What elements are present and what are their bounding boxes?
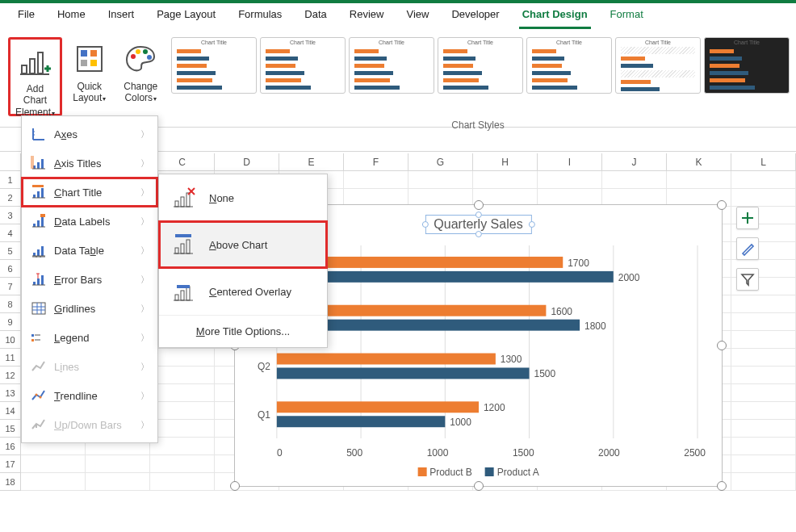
cell[interactable]: [21, 455, 86, 473]
row-header[interactable]: 10: [0, 331, 21, 349]
chart-style-thumb[interactable]: Chart Title: [526, 37, 612, 94]
chart-style-thumb[interactable]: Chart Title: [171, 37, 257, 94]
tab-formulas[interactable]: Formulas: [227, 3, 293, 32]
cell[interactable]: [731, 189, 796, 207]
tab-developer[interactable]: Developer: [440, 3, 510, 32]
col-header[interactable]: E: [279, 153, 344, 170]
row-header[interactable]: 16: [0, 438, 21, 455]
chart-plus-button[interactable]: [736, 207, 759, 229]
chart-style-thumb[interactable]: Chart Title: [349, 37, 434, 94]
chart-style-thumb[interactable]: Chart Title: [260, 37, 346, 94]
col-header[interactable]: L: [731, 153, 796, 170]
cell[interactable]: [150, 438, 215, 455]
row-header[interactable]: 1: [0, 171, 21, 189]
cell[interactable]: [473, 171, 538, 189]
tab-format[interactable]: Format: [599, 3, 655, 32]
row-header[interactable]: 6: [0, 260, 21, 278]
col-header[interactable]: C: [150, 153, 215, 170]
menu-item-axes[interactable]: Axes〉: [22, 119, 157, 149]
cell[interactable]: [731, 295, 796, 313]
legend-item[interactable]: Product B: [417, 467, 472, 478]
row-header[interactable]: 13: [0, 384, 21, 402]
add-chart-element-button[interactable]: Add Chart Element▾: [8, 37, 62, 116]
cell[interactable]: [538, 171, 602, 189]
submenu-item-above[interactable]: Above Chart: [159, 221, 327, 268]
menu-item-datalabels[interactable]: Data Labels〉: [22, 207, 157, 236]
cell[interactable]: [408, 171, 473, 189]
resize-handle[interactable]: [717, 341, 727, 350]
col-header[interactable]: D: [215, 153, 279, 170]
row-header[interactable]: 15: [0, 420, 21, 438]
cell[interactable]: [21, 473, 86, 491]
menu-item-legend[interactable]: Legend〉: [22, 323, 157, 352]
row-header[interactable]: 9: [0, 313, 21, 331]
row-header[interactable]: 2: [0, 189, 21, 207]
menu-item-charttitle[interactable]: Chart Title〉: [22, 178, 157, 207]
cell[interactable]: [150, 473, 215, 491]
resize-handle[interactable]: [474, 481, 484, 491]
resize-handle[interactable]: [474, 200, 484, 210]
row-header[interactable]: 12: [0, 367, 21, 384]
tab-insert[interactable]: Insert: [97, 3, 146, 32]
title-handle[interactable]: [529, 221, 535, 228]
menu-item-errorbars[interactable]: Error Bars〉: [22, 265, 157, 294]
cell[interactable]: [731, 171, 796, 189]
tab-page-layout[interactable]: Page Layout: [145, 3, 227, 32]
chart-title[interactable]: Quarterly Sales: [425, 215, 531, 234]
resize-handle[interactable]: [230, 481, 240, 491]
cell[interactable]: [344, 171, 408, 189]
col-header[interactable]: I: [538, 153, 602, 170]
menu-item-axistitles[interactable]: Axis Titles〉: [22, 149, 157, 178]
row-header[interactable]: 8: [0, 295, 21, 313]
row-header[interactable]: 17: [0, 455, 21, 473]
cell[interactable]: [731, 367, 796, 384]
cell[interactable]: [731, 438, 796, 455]
col-header[interactable]: F: [344, 153, 408, 170]
cell[interactable]: [86, 473, 150, 491]
cell[interactable]: [731, 349, 796, 367]
menu-item-trendline[interactable]: Trendline〉: [22, 381, 157, 410]
cell[interactable]: [731, 313, 796, 331]
cell[interactable]: [731, 455, 796, 473]
col-header[interactable]: G: [408, 153, 473, 170]
tab-chart-design[interactable]: Chart Design: [511, 3, 599, 32]
row-header[interactable]: 3: [0, 207, 21, 224]
chart-filter-button[interactable]: [736, 268, 759, 291]
chart-style-thumb[interactable]: Chart Title: [704, 37, 790, 94]
cell[interactable]: [150, 367, 215, 384]
title-handle[interactable]: [475, 231, 481, 237]
tab-home[interactable]: Home: [46, 3, 97, 32]
menu-item-datatable[interactable]: Data Table〉: [22, 236, 157, 265]
cell[interactable]: [731, 402, 796, 420]
cell[interactable]: [731, 420, 796, 438]
row-header[interactable]: 18: [0, 473, 21, 491]
chart-styles-gallery[interactable]: Chart TitleChart TitleChart TitleChart T…: [171, 37, 790, 94]
cell[interactable]: [150, 384, 215, 402]
title-handle[interactable]: [421, 221, 428, 228]
submenu-item-none[interactable]: None: [159, 174, 327, 221]
row-header[interactable]: 4: [0, 224, 21, 242]
resize-handle[interactable]: [717, 481, 727, 491]
cell[interactable]: [86, 455, 150, 473]
cell[interactable]: [667, 171, 731, 189]
cell[interactable]: [602, 171, 667, 189]
col-header[interactable]: K: [667, 153, 731, 170]
tab-review[interactable]: Review: [338, 3, 396, 32]
quick-layout-button[interactable]: Quick Layout▾: [65, 37, 113, 116]
row-header[interactable]: 14: [0, 402, 21, 420]
chart-brush-button[interactable]: [736, 237, 759, 260]
cell[interactable]: [731, 331, 796, 349]
cell[interactable]: [150, 455, 215, 473]
submenu-item-overlay[interactable]: Centered Overlay: [159, 268, 327, 315]
tab-view[interactable]: View: [395, 3, 440, 32]
cell[interactable]: [731, 384, 796, 402]
chart-legend[interactable]: Product BProduct A: [417, 467, 539, 478]
cell[interactable]: [150, 402, 215, 420]
col-header[interactable]: J: [602, 153, 667, 170]
tab-file[interactable]: File: [6, 3, 46, 32]
row-header[interactable]: 11: [0, 349, 21, 367]
row-header[interactable]: 7: [0, 278, 21, 295]
cell[interactable]: [731, 473, 796, 491]
row-header[interactable]: 5: [0, 242, 21, 260]
chart-style-thumb[interactable]: Chart Title: [615, 37, 701, 94]
